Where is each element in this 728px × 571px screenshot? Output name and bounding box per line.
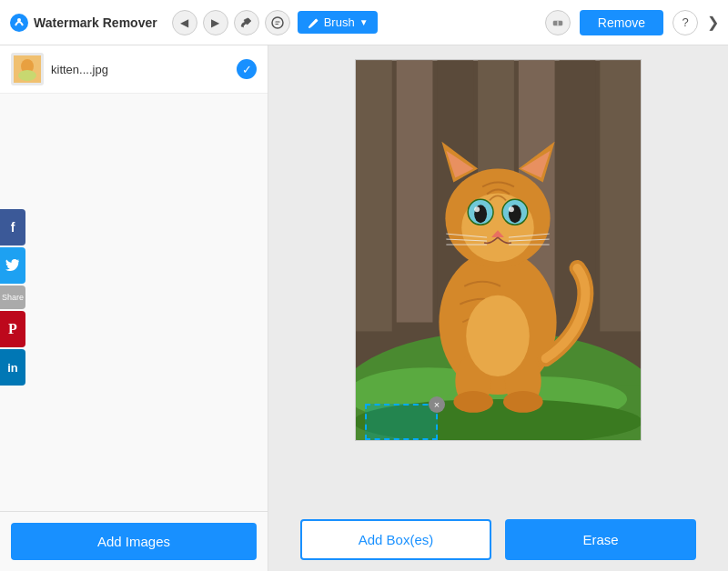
add-images-button[interactable]: Add Images [11,523,257,560]
pin-button[interactable] [234,10,259,35]
svg-point-26 [503,391,543,413]
main-content: f Share P in kitten....jpg ✓ [0,45,728,571]
selection-box[interactable]: × [365,404,438,440]
canvas-area: × Add Box(es) Erase [268,45,728,571]
kitten-image: × [355,59,642,441]
svg-point-1 [17,18,21,22]
facebook-share-button[interactable]: f [0,209,25,245]
sidebar-bottom: Add Images [0,511,268,571]
back-button[interactable]: ◀ [172,10,197,35]
logo-icon [9,13,29,33]
svg-rect-11 [397,60,433,322]
app-logo: Watermark Remover [9,13,157,33]
svg-rect-16 [600,60,641,331]
eraser-button[interactable] [545,10,571,35]
brush-button[interactable]: Brush ▼ [298,11,378,34]
left-sidebar: f Share P in kitten....jpg ✓ [0,45,268,571]
toolbar-nav: ◀ ▶ [172,10,290,35]
file-thumbnail [11,53,44,85]
selection-close-button[interactable]: × [429,396,445,413]
image-container: × [355,59,642,441]
brush-chevron: ▼ [359,17,369,27]
erase-button[interactable]: Erase [505,519,696,560]
file-check-icon: ✓ [237,59,257,79]
brush-icon [307,16,319,29]
kitten-svg [356,60,641,440]
next-arrow[interactable]: ❯ [707,14,719,31]
app-title: Watermark Remover [34,15,157,30]
remove-button[interactable]: Remove [580,10,663,35]
pinterest-share-button[interactable]: P [0,311,25,347]
file-name: kitten....jpg [51,63,229,76]
linkedin-share-button[interactable]: in [0,349,25,386]
svg-point-38 [474,206,480,212]
svg-point-2 [272,17,283,28]
share-label: Share [0,286,25,309]
toolbar: Watermark Remover ◀ ▶ Brush ▼ [0,0,728,45]
social-share-panel: f Share P in [0,209,25,386]
canvas-bottom-actions: Add Box(es) Erase [268,508,728,571]
svg-point-25 [453,391,493,413]
forward-button[interactable]: ▶ [203,10,228,35]
eraser-icon [551,16,564,29]
svg-rect-10 [356,60,392,331]
toolbar-right-section: Remove ? ❯ [545,10,719,35]
help-button[interactable]: ? [672,10,698,35]
add-boxes-button[interactable]: Add Box(es) [300,519,491,560]
svg-point-8 [18,70,36,81]
svg-point-39 [509,206,514,212]
chat-button[interactable] [265,10,290,35]
twitter-share-button[interactable] [0,247,25,284]
svg-point-27 [466,296,530,376]
thumb-image [14,55,41,83]
file-item[interactable]: kitten....jpg ✓ [0,45,268,94]
twitter-icon [5,259,20,272]
